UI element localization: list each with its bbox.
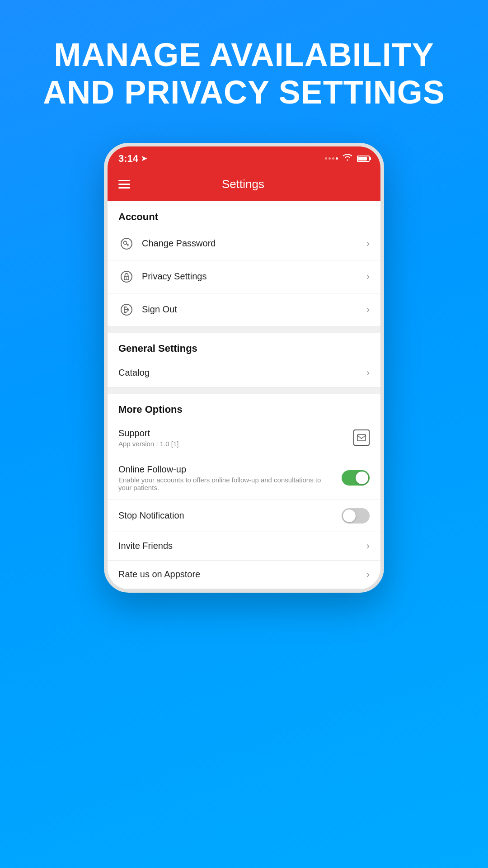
top-bar: Settings — [108, 169, 380, 201]
more-options-section-header: More Options — [108, 394, 380, 420]
section-gap-1 — [108, 326, 380, 333]
stop-notification-toggle[interactable] — [342, 508, 370, 524]
account-section-header: Account — [108, 201, 380, 227]
battery-icon — [357, 156, 370, 162]
rate-appstore-label: Rate us on Appstore — [118, 569, 366, 580]
svg-point-6 — [126, 277, 127, 278]
online-followup-label: Online Follow-up — [118, 464, 335, 475]
support-label: Support — [118, 428, 353, 439]
general-settings-section-header: General Settings — [108, 333, 380, 359]
online-followup-toggle[interactable] — [342, 470, 370, 486]
catalog-item[interactable]: Catalog › — [108, 359, 380, 387]
chevron-right-icon: › — [366, 271, 370, 283]
invite-friends-item[interactable]: Invite Friends › — [108, 532, 380, 561]
navigation-icon: ➤ — [141, 154, 147, 163]
settings-content: Account Change Password › — [108, 201, 380, 589]
privacy-settings-label: Privacy Settings — [142, 271, 366, 282]
app-version-label: App version : 1.0 [1] — [118, 440, 353, 448]
privacy-settings-item[interactable]: Privacy Settings › — [108, 260, 380, 293]
online-followup-item[interactable]: Online Follow-up Enable your accounts to… — [108, 456, 380, 500]
top-bar-title: Settings — [130, 177, 356, 191]
status-icons — [325, 154, 370, 163]
svg-rect-8 — [357, 434, 366, 441]
status-time: 3:14 ➤ — [118, 153, 147, 165]
signout-icon — [118, 302, 135, 318]
svg-point-4 — [121, 271, 132, 282]
chevron-right-icon: › — [366, 569, 370, 580]
lock-icon — [118, 269, 135, 285]
stop-notification-item[interactable]: Stop Notification — [108, 500, 380, 532]
chevron-right-icon: › — [366, 540, 370, 552]
online-followup-description: Enable your accounts to offers online fo… — [118, 476, 335, 491]
page-title: Manage Availability and Privacy Settings — [0, 36, 488, 111]
hamburger-menu-icon[interactable] — [118, 180, 130, 189]
section-gap-2 — [108, 387, 380, 394]
chevron-right-icon: › — [366, 367, 370, 379]
sign-out-label: Sign Out — [142, 304, 366, 315]
key-icon — [118, 236, 135, 252]
chevron-right-icon: › — [366, 304, 370, 316]
invite-friends-label: Invite Friends — [118, 541, 366, 551]
change-password-label: Change Password — [142, 238, 366, 249]
stop-notification-label: Stop Notification — [118, 510, 342, 521]
wifi-icon — [343, 154, 352, 163]
rate-appstore-item[interactable]: Rate us on Appstore › — [108, 561, 380, 589]
signal-dots-icon — [325, 157, 338, 160]
sign-out-item[interactable]: Sign Out › — [108, 293, 380, 326]
chevron-right-icon: › — [366, 238, 370, 250]
catalog-label: Catalog — [118, 368, 366, 378]
email-icon — [353, 429, 370, 446]
status-bar: 3:14 ➤ — [108, 146, 380, 169]
phone-frame: 3:14 ➤ Settings A — [104, 143, 384, 593]
change-password-item[interactable]: Change Password › — [108, 227, 380, 260]
support-item[interactable]: Support App version : 1.0 [1] — [108, 420, 380, 456]
